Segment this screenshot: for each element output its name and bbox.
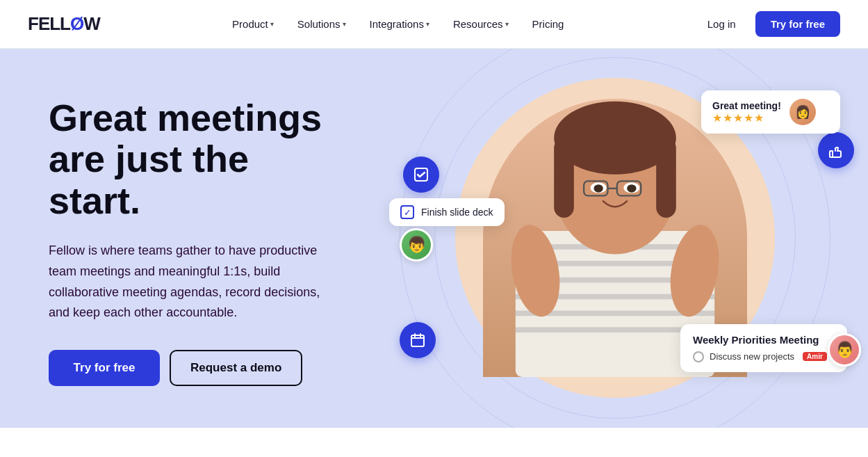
task-card: ✓ Finish slide deck <box>389 198 505 226</box>
nav-item-integrations[interactable]: Integrations ▾ <box>360 13 439 35</box>
rating-stars: ★★★★★ <box>712 111 781 125</box>
svg-rect-11 <box>656 138 676 218</box>
login-button[interactable]: Log in <box>696 13 747 35</box>
nav-right: Log in Try for free <box>696 11 840 37</box>
svg-rect-22 <box>411 335 424 346</box>
weekly-meeting-title: Weekly Priorities Meeting <box>693 334 835 346</box>
agenda-item-text: Discuss new projects <box>710 351 794 362</box>
request-demo-button[interactable]: Request a demo <box>170 350 302 386</box>
meeting-agenda-item: Discuss new projects Amir <box>693 351 835 362</box>
svg-rect-10 <box>554 138 574 218</box>
reviewer-avatar: 👩 <box>789 99 816 125</box>
try-free-nav-button[interactable]: Try for free <box>755 11 840 37</box>
task-label: Finish slide deck <box>421 207 493 218</box>
agenda-item-circle <box>693 351 704 362</box>
hero-buttons: Try for free Request a demo <box>49 350 327 386</box>
navbar: FELLØW Product ▾ Solutions ▾ Integration… <box>0 0 868 49</box>
chevron-down-icon: ▾ <box>505 20 509 28</box>
calendar-icon <box>409 332 426 348</box>
thumbs-up-icon <box>828 142 844 159</box>
logo[interactable]: FELLØW <box>28 13 100 35</box>
thumbsup-icon-circle <box>818 132 854 168</box>
svg-point-14 <box>593 185 603 193</box>
great-meeting-card-content: Great meeting! ★★★★★ <box>712 100 781 125</box>
weekly-meeting-card: Weekly Priorities Meeting Discuss new pr… <box>680 324 847 372</box>
assignee-tag: Amir <box>803 352 827 361</box>
logo-text: FELLØW <box>28 13 100 35</box>
hero-left: Great meetings are just the start. Fello… <box>0 49 361 428</box>
bottom-banner: Rated #1 meeting management software on … <box>0 428 868 457</box>
chevron-down-icon: ▾ <box>270 20 274 28</box>
nav-item-resources[interactable]: Resources ▾ <box>443 13 518 35</box>
nav-item-product[interactable]: Product ▾ <box>222 13 284 35</box>
user-avatar-2: 👨 <box>828 333 861 367</box>
chevron-down-icon: ▾ <box>426 20 429 28</box>
great-meeting-card: Great meeting! ★★★★★ 👩 <box>701 90 840 134</box>
task-checkbox: ✓ <box>400 205 414 219</box>
nav-links: Product ▾ Solutions ▾ Integrations ▾ Res… <box>222 13 573 35</box>
calendar-icon-circle <box>400 322 436 358</box>
hero-title: Great meetings are just the start. <box>49 97 327 221</box>
svg-point-15 <box>627 185 636 193</box>
chevron-down-icon: ▾ <box>343 20 346 28</box>
user-avatar-1: 👦 <box>400 228 433 262</box>
checkbox-icon <box>413 166 429 183</box>
hero-right: Great meeting! ★★★★★ 👩 ✓ Finish slide de… <box>361 49 868 428</box>
try-free-hero-button[interactable]: Try for free <box>49 350 160 386</box>
nav-item-pricing[interactable]: Pricing <box>523 13 574 35</box>
checklist-icon-circle <box>403 157 439 193</box>
great-meeting-title: Great meeting! <box>712 100 781 111</box>
hero-description: Fellow is where teams gather to have pro… <box>49 241 327 323</box>
hero-section: Great meetings are just the start. Fello… <box>0 49 868 428</box>
nav-item-solutions[interactable]: Solutions ▾ <box>288 13 356 35</box>
